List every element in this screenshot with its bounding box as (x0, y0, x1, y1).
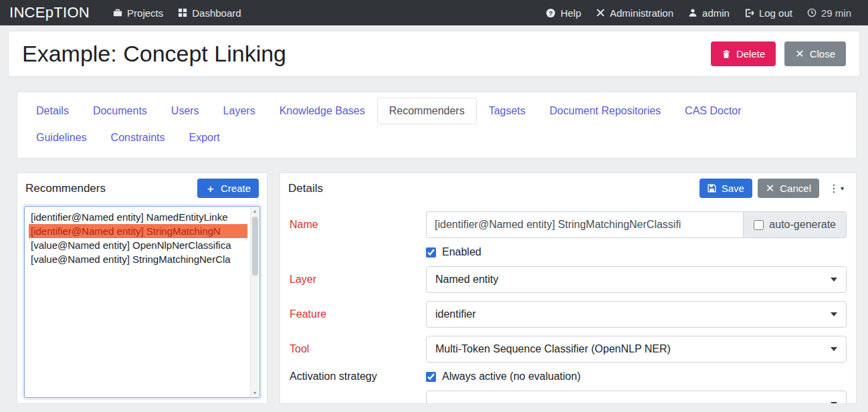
nav-administration[interactable]: Administration (588, 7, 681, 19)
nav-user[interactable]: admin (681, 7, 737, 19)
close-icon: ✕ (795, 50, 804, 58)
details-panel: Details Save ✕ Cancel ⋮ ▾ (280, 173, 857, 404)
tab-recommenders[interactable]: Recommenders (377, 98, 477, 124)
enabled-row: Enabled (290, 246, 847, 258)
feature-select-value: identifier (435, 308, 475, 320)
layer-select-value: Named entity (435, 274, 498, 286)
nav-dashboard-label: Dashboard (192, 7, 241, 19)
tab-cas-doctor[interactable]: CAS Doctor (673, 98, 753, 124)
navbar-right: ? Help Administration admin Log out (538, 7, 859, 19)
nav-logout-label: Log out (759, 7, 792, 19)
cancel-button[interactable]: ✕ Cancel (758, 179, 819, 198)
enabled-label: Enabled (442, 246, 481, 258)
cancel-icon: ✕ (766, 185, 774, 193)
more-actions-button[interactable]: ⋮ ▾ (825, 179, 848, 197)
feature-select[interactable]: identifier (426, 301, 847, 328)
name-label: Name (290, 219, 426, 231)
tool-select[interactable]: Multi-Token Sequence Classifier (OpenNLP… (426, 336, 847, 363)
save-button[interactable]: Save (699, 179, 752, 198)
nav-user-label: admin (702, 7, 730, 19)
top-navbar: INCEpTION Projects Dashboard ? Help Admi… (0, 0, 868, 25)
always-active-label: Always active (no evaluation) (442, 371, 580, 383)
tab-documents[interactable]: Documents (81, 98, 159, 124)
select-caret-icon (831, 402, 837, 404)
details-panel-header: Details Save ✕ Cancel ⋮ ▾ (280, 173, 856, 202)
tab-document-repositories[interactable]: Document Repositories (538, 98, 673, 124)
tab-export[interactable]: Export (177, 124, 232, 151)
tool-row: Tool Multi-Token Sequence Classifier (Op… (290, 336, 847, 363)
always-active-checkline[interactable]: Always active (no evaluation) (426, 371, 847, 383)
enabled-checkline[interactable]: Enabled (426, 246, 847, 258)
svg-text:?: ? (549, 9, 553, 16)
delete-button[interactable]: Delete (711, 41, 776, 66)
recommender-list-item-selected[interactable]: [identifier@Named entity] StringMatching… (29, 224, 247, 238)
scroll-up-icon[interactable]: ▲ (253, 209, 257, 213)
create-recommender-button[interactable]: ＋ Create (197, 179, 259, 198)
clock-icon (807, 8, 817, 17)
help-icon: ? (546, 8, 556, 18)
recommender-details-form: Name auto-generate Enabled (280, 202, 856, 404)
save-button-label: Save (722, 183, 744, 193)
tab-layers[interactable]: Layers (211, 98, 267, 124)
auto-generate-addon[interactable]: auto-generate (743, 211, 847, 238)
tab-constraints[interactable]: Constraints (99, 124, 177, 151)
header-actions: Delete ✕ Close (711, 41, 846, 66)
close-button-label: Close (810, 49, 835, 59)
activation-row: Activation strategy Always active (no ev… (290, 371, 847, 383)
layer-label: Layer (290, 274, 426, 286)
cancel-button-label: Cancel (780, 183, 811, 193)
nav-projects[interactable]: Projects (106, 7, 171, 19)
name-input[interactable] (426, 211, 743, 238)
scrollbar-thumb[interactable] (252, 217, 258, 276)
layer-select[interactable]: Named entity (426, 266, 847, 293)
projects-icon (113, 8, 122, 17)
save-icon (708, 184, 716, 193)
recommenders-panel-title: Recommenders (25, 182, 106, 195)
layer-row: Layer Named entity (290, 266, 847, 293)
tab-users[interactable]: Users (159, 98, 211, 124)
auto-generate-label: auto-generate (769, 219, 836, 231)
recommender-list-item[interactable]: [value@Named entity] StringMatchingNerCl… (29, 252, 247, 266)
list-scrollbar[interactable]: ▲ ▼ (250, 207, 259, 397)
recommenders-panel-header: Recommenders ＋ Create (17, 173, 267, 202)
session-timer: 29 min (800, 7, 859, 19)
project-header: Example: Concept Linking Delete ✕ Close (8, 31, 860, 77)
recommender-listbox[interactable]: [identifier@Named entity] NamedEntityLin… (24, 206, 260, 398)
auto-generate-checkbox[interactable] (754, 220, 764, 230)
select-caret-icon (831, 278, 837, 282)
tab-guidelines[interactable]: Guidelines (24, 124, 99, 151)
recommender-list-item[interactable]: [identifier@Named entity] NamedEntityLin… (29, 210, 247, 224)
recommender-list-item[interactable]: [value@Named entity] OpenNlpNerClassific… (29, 238, 247, 252)
project-settings-tabs: Details Documents Users Layers Knowledge… (17, 92, 857, 159)
scroll-down-icon[interactable]: ▼ (253, 391, 257, 395)
recommenders-panel: Recommenders ＋ Create [identifier@Named … (17, 173, 267, 404)
clipped-row (290, 391, 847, 404)
plus-icon: ＋ (205, 185, 215, 193)
tools-icon (596, 8, 605, 17)
always-active-checkbox[interactable] (426, 372, 436, 382)
nav-logout[interactable]: Log out (737, 7, 800, 19)
feature-label: Feature (290, 308, 426, 320)
clipped-select[interactable] (426, 391, 847, 404)
user-icon (688, 8, 697, 17)
nav-dashboard[interactable]: Dashboard (171, 7, 248, 19)
activation-label: Activation strategy (290, 371, 426, 383)
name-row: Name auto-generate (290, 211, 847, 238)
logout-icon (744, 8, 754, 18)
chevron-down-icon: ▾ (841, 185, 844, 192)
tab-knowledge-bases[interactable]: Knowledge Bases (267, 98, 377, 124)
tab-tagsets[interactable]: Tagsets (477, 98, 538, 124)
details-panel-title: Details (288, 182, 323, 195)
nav-help[interactable]: ? Help (538, 7, 588, 19)
delete-button-label: Delete (736, 49, 765, 59)
app-logo[interactable]: INCEpTION (9, 4, 90, 21)
select-caret-icon (831, 312, 837, 316)
kebab-icon: ⋮ (829, 182, 839, 195)
feature-row: Feature identifier (290, 301, 847, 328)
page-title: Example: Concept Linking (22, 41, 286, 67)
close-button[interactable]: ✕ Close (784, 41, 846, 66)
tab-details[interactable]: Details (24, 98, 81, 124)
enabled-checkbox[interactable] (426, 247, 436, 258)
nav-administration-label: Administration (610, 7, 673, 19)
tab-row-1: Details Documents Users Layers Knowledge… (24, 98, 849, 124)
